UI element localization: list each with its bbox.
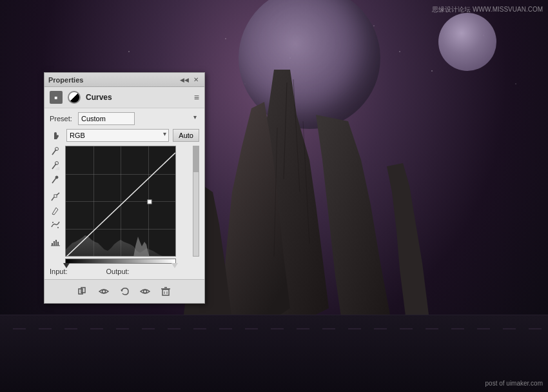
collapse-button[interactable]: ◀◀ <box>180 75 189 84</box>
panel-controls: ◀◀ ✕ <box>180 75 201 84</box>
svg-rect-21 <box>52 243 53 246</box>
panel-title: Properties <box>48 76 83 84</box>
svg-rect-23 <box>55 240 57 246</box>
preset-row: Preset: Custom Default Strong Contrast L… <box>50 112 199 125</box>
curves-tools: ⬜ <box>50 146 61 264</box>
svg-point-19 <box>52 222 54 223</box>
eyedropper-white[interactable]: ⬜ <box>50 160 61 172</box>
svg-rect-27 <box>79 289 83 294</box>
channel-select[interactable]: RGB Red Green Blue <box>66 129 169 142</box>
black-point-handle[interactable] <box>63 263 70 268</box>
gradient-bar-bottom <box>65 259 176 264</box>
svg-rect-22 <box>54 241 55 246</box>
moon-small <box>438 13 496 71</box>
watermark-top: 思缘设计论坛 WWW.MISSVUAN.COM <box>432 5 543 14</box>
histogram-svg <box>66 146 176 257</box>
curves-header: ■ Curves ≡ <box>44 87 204 108</box>
io-row: Input: Output: <box>50 268 199 275</box>
svg-point-11 <box>55 148 59 151</box>
finger-tool-icon[interactable] <box>50 129 63 142</box>
scrollbar-thumb[interactable] <box>193 146 199 172</box>
panel-toolbar <box>44 279 204 303</box>
eyedropper-tool[interactable] <box>50 146 61 157</box>
panel-body: Preset: Custom Default Strong Contrast L… <box>44 108 204 279</box>
pencil-tool[interactable] <box>50 205 61 217</box>
white-point-handle[interactable] <box>171 263 178 268</box>
channel-select-wrapper: RGB Red Green Blue <box>66 129 169 142</box>
preset-label: Preset: <box>50 115 74 122</box>
svg-text:⬜: ⬜ <box>55 167 60 170</box>
input-gradient-bar <box>65 259 190 264</box>
watermark-bottom: post of uimaker.com <box>485 380 543 387</box>
auto-button[interactable]: Auto <box>173 129 199 142</box>
channel-row: RGB Red Green Blue Auto <box>50 129 199 142</box>
svg-point-31 <box>144 290 147 293</box>
reset-button[interactable] <box>117 284 132 299</box>
panel-titlebar: Properties ◀◀ ✕ <box>44 73 204 87</box>
svg-point-13 <box>55 162 59 165</box>
close-button[interactable]: ✕ <box>191 75 201 84</box>
svg-line-18 <box>56 208 58 210</box>
curve-point-tool[interactable] <box>50 191 61 202</box>
curves-area: ⬜ <box>50 146 199 264</box>
curves-graph-wrapper <box>65 146 190 264</box>
delete-button[interactable] <box>158 284 173 299</box>
svg-marker-3 <box>387 163 432 334</box>
curves-panel-icon: ■ <box>50 91 63 104</box>
svg-rect-32 <box>162 289 169 295</box>
curves-label: Curves <box>86 93 112 102</box>
curves-graph[interactable] <box>65 146 176 257</box>
eyedropper-black[interactable] <box>50 174 61 186</box>
svg-rect-24 <box>57 242 59 246</box>
adjustment-icon <box>68 91 81 104</box>
histogram-tool[interactable] <box>50 236 61 248</box>
svg-point-20 <box>57 227 59 228</box>
water <box>0 315 548 392</box>
input-label: Input: <box>50 268 68 275</box>
preset-select-wrapper: Custom Default Strong Contrast Linear Co… <box>78 112 199 125</box>
properties-panel: Properties ◀◀ ✕ ■ Curves ≡ Preset: Custo… <box>44 72 205 304</box>
title-left: Properties <box>48 76 83 84</box>
output-label: Output: <box>106 268 130 275</box>
svg-point-16 <box>55 176 58 179</box>
smooth-tool[interactable] <box>50 219 61 231</box>
panel-scrollbar[interactable] <box>193 146 199 257</box>
preset-select[interactable]: Custom Default Strong Contrast Linear Co… <box>78 112 135 125</box>
svg-line-15 <box>52 178 56 183</box>
svg-rect-26 <box>148 200 152 204</box>
svg-rect-28 <box>81 288 85 293</box>
visibility-button[interactable] <box>96 284 112 299</box>
menu-icon[interactable]: ≡ <box>194 92 199 103</box>
eye-button[interactable] <box>137 284 153 299</box>
svg-point-29 <box>103 290 106 293</box>
svg-rect-17 <box>54 195 57 197</box>
clip-button[interactable] <box>75 284 91 299</box>
